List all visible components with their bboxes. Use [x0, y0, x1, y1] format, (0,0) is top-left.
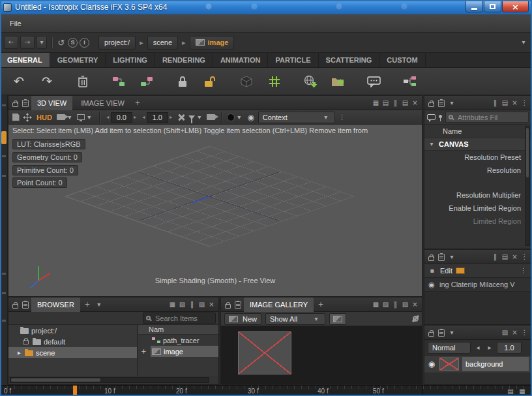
scatterer-button[interactable] — [265, 72, 284, 91]
shading-ball-selector[interactable]: ▾ — [227, 112, 244, 122]
layer-name[interactable]: background — [462, 357, 529, 371]
titlebar[interactable]: Untitled - Isotropix Clarisse iFX 3.6 SP… — [0, 0, 532, 14]
forward-button[interactable]: → — [20, 36, 35, 49]
pause-icon[interactable]: ‖ — [391, 299, 400, 309]
pin-icon[interactable] — [439, 115, 442, 118]
close-panel-icon[interactable]: × — [510, 327, 519, 337]
attributes-search[interactable] — [445, 112, 529, 123]
list-layout-icon[interactable]: ▤ — [401, 98, 409, 108]
panel-layout-icon[interactable] — [22, 100, 29, 107]
gallery-filter-selector[interactable]: Show All ▾ — [265, 313, 325, 325]
grid-layout-icon[interactable]: ▦ — [372, 98, 380, 108]
render-camera-icon[interactable] — [207, 112, 216, 122]
maximize-button[interactable] — [484, 1, 501, 12]
add-tab-icon[interactable]: + — [133, 98, 142, 108]
tab-lighting[interactable]: LIGHTING — [106, 53, 155, 67]
comment-icon[interactable] — [427, 114, 436, 120]
visibility-eye-icon[interactable]: ◉ — [427, 280, 436, 290]
delete-button[interactable] — [73, 72, 93, 91]
save-icon[interactable] — [11, 112, 20, 122]
hud-toggle[interactable]: HUD — [35, 114, 54, 121]
tools-icon[interactable] — [177, 112, 186, 122]
menu-dots-icon[interactable]: ⋮ — [520, 98, 529, 108]
snapshot-icon[interactable]: S — [68, 38, 78, 48]
close-panel-icon[interactable]: × — [510, 98, 519, 108]
shelf-item[interactable] — [2, 273, 6, 275]
geometry-button[interactable] — [237, 72, 256, 91]
panel-layout-icon[interactable] — [438, 254, 445, 261]
scrollbar-thumb[interactable] — [11, 378, 100, 382]
gamma-stepper[interactable]: ◂ 1.0 ▸ — [141, 112, 174, 123]
gallery-thumbnail[interactable] — [238, 331, 291, 374]
list-item-image[interactable]: + image — [138, 346, 218, 357]
new-image-button[interactable]: New — [224, 313, 261, 325]
menu-dots-icon[interactable]: ⋮ — [520, 252, 529, 262]
tab-general[interactable]: GENERAL — [0, 53, 50, 67]
left-shelf[interactable] — [0, 95, 8, 385]
browser-hscrollbar[interactable] — [10, 377, 209, 383]
spin-left-icon[interactable]: ◂ — [473, 343, 482, 352]
add-tab-icon[interactable]: + — [316, 299, 325, 309]
close-panel-icon[interactable]: × — [510, 252, 519, 262]
viewport-3d-canvas[interactable]: Select: Select item (LMB) Add item to se… — [8, 125, 422, 296]
menu-dots-icon[interactable]: ⋮ — [519, 266, 528, 276]
tab-rendering[interactable]: RENDERING — [155, 53, 213, 67]
spin-left-icon[interactable]: ◂ — [141, 112, 147, 122]
chevron-down-icon[interactable]: ▾ — [95, 299, 104, 309]
breadcrumb-dropdown-icon[interactable]: ▾ — [519, 38, 528, 48]
layer-thumbnail[interactable] — [439, 358, 459, 371]
tree-item-project[interactable]: project:/ — [8, 325, 137, 336]
layer-row-background[interactable]: ◉ background — [424, 356, 531, 373]
file-menu[interactable]: File — [10, 20, 22, 27]
refresh-icon[interactable]: ↺ — [57, 38, 66, 48]
unlock-button[interactable] — [201, 72, 220, 91]
add-icon[interactable]: + — [140, 346, 148, 356]
tab-geometry[interactable]: GEOMETRY — [50, 53, 106, 67]
lock-icon[interactable] — [428, 256, 434, 261]
chevron-down-icon[interactable]: ▾ — [447, 252, 456, 262]
spin-left-icon[interactable]: ◂ — [105, 112, 111, 122]
blend-mode-selector[interactable]: Normal — [428, 342, 471, 354]
context-menu-dots-icon[interactable]: ⋮ — [338, 112, 347, 122]
canvas-section-header[interactable]: ▾ CANVAS — [424, 138, 531, 151]
list-layout-icon[interactable]: ▤ — [501, 98, 509, 108]
back-button[interactable]: ← — [4, 36, 18, 49]
tab-3d-view[interactable]: 3D VIEW — [31, 96, 72, 110]
lock-icon[interactable] — [428, 332, 434, 337]
panel-layout-icon[interactable] — [438, 100, 445, 107]
export-context-button[interactable] — [329, 72, 348, 91]
tree-item-scene[interactable]: ▸ scene — [8, 347, 137, 358]
spin-right-icon[interactable]: ▸ — [132, 112, 138, 122]
exposure-stepper[interactable]: ◂ 0.0 ▸ — [105, 112, 138, 123]
timeline-playhead[interactable] — [73, 386, 77, 396]
list-layout-icon[interactable]: ▤ — [198, 299, 206, 309]
info-icon[interactable]: i — [80, 38, 89, 48]
breadcrumb-scene[interactable]: scene — [147, 36, 178, 50]
visibility-eye-icon[interactable]: ◉ — [246, 112, 256, 122]
list-layout-icon[interactable]: ▤ — [506, 386, 515, 396]
duplicate-node-button[interactable] — [137, 72, 156, 91]
list-layout-icon[interactable]: ▤ — [501, 252, 509, 262]
opacity-field[interactable]: 1.0 — [497, 342, 522, 354]
pause-icon[interactable]: ‖ — [188, 299, 196, 309]
tab-browser[interactable]: BROWSER — [31, 297, 80, 312]
move-tool-icon[interactable] — [23, 113, 32, 122]
grid-layout-icon[interactable]: ▦ — [518, 386, 527, 396]
shelf-item[interactable] — [2, 320, 6, 322]
lock-button[interactable] — [173, 72, 192, 91]
spin-right-icon[interactable]: ▸ — [485, 343, 494, 352]
tab-animation[interactable]: ANIMATION — [213, 53, 269, 67]
lock-icon[interactable] — [12, 304, 18, 309]
list-layout-icon[interactable]: ▤ — [381, 98, 390, 108]
attr-enable-limited-region[interactable]: Enable Limited Region — [424, 202, 531, 215]
history-dropdown[interactable]: ▾ — [37, 36, 47, 49]
grid-layout-icon[interactable]: ▦ — [168, 299, 177, 309]
grid-layout-icon[interactable]: ▦ — [372, 299, 380, 309]
attr-resolution-multiplier[interactable]: Resolution Multiplier — [424, 189, 531, 202]
visibility-eye-icon[interactable]: ◉ — [427, 359, 436, 369]
comment-button[interactable] — [364, 72, 384, 91]
shelf-item[interactable] — [2, 155, 6, 157]
breadcrumb-project[interactable]: project:/ — [98, 36, 136, 50]
create-node-button[interactable] — [109, 72, 128, 91]
gamma-value[interactable]: 1.0 — [147, 112, 168, 123]
